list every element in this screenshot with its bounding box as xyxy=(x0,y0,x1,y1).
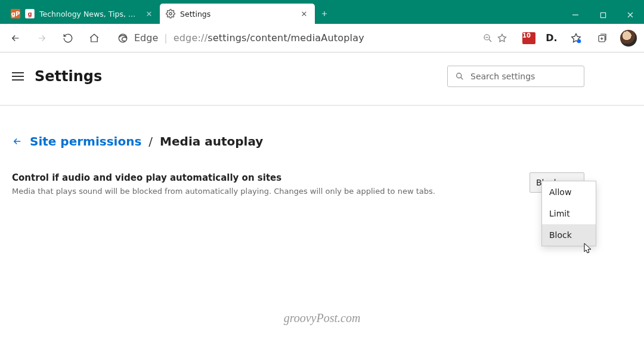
page-title: Settings xyxy=(35,68,102,85)
media-autoplay-setting-row: Control if audio and video play automati… xyxy=(12,172,632,196)
settings-header: Settings Search settings xyxy=(0,52,644,105)
close-tab-icon[interactable]: ✕ xyxy=(299,9,309,18)
refresh-button[interactable] xyxy=(56,26,80,50)
favicon-gp-icon: gP xyxy=(11,9,20,18)
cursor-icon xyxy=(583,243,593,255)
back-button[interactable] xyxy=(4,26,27,50)
close-tab-icon[interactable]: ✕ xyxy=(144,9,154,18)
address-url: edge://settings/content/mediaAutoplay xyxy=(174,32,476,44)
breadcrumb-current: Media autoplay xyxy=(160,134,263,149)
new-tab-button[interactable] xyxy=(315,4,334,24)
search-settings-input[interactable]: Search settings xyxy=(447,66,584,87)
browser-tab-inactive[interactable]: gP g Technology News, Tips, Reviews, ✕ xyxy=(5,4,160,24)
edge-logo-icon xyxy=(117,33,128,44)
minimize-button[interactable] xyxy=(562,6,589,24)
profile-avatar[interactable] xyxy=(617,26,640,50)
breadcrumb-separator: / xyxy=(148,134,153,149)
lastpass-badge: 10 xyxy=(522,32,535,44)
favicon-g-icon: g xyxy=(25,9,35,18)
svg-rect-1 xyxy=(600,13,605,17)
address-bar[interactable]: Edge | edge://settings/content/mediaAuto… xyxy=(112,28,513,48)
window-titlebar: gP g Technology News, Tips, Reviews, ✕ S… xyxy=(0,0,644,24)
watermark-text: groovyPost.com xyxy=(0,311,644,325)
forward-button[interactable] xyxy=(30,26,54,50)
autoplay-option-allow[interactable]: Allow xyxy=(542,181,596,203)
setting-heading: Control if audio and video play automati… xyxy=(12,172,435,183)
address-separator: | xyxy=(164,32,167,44)
zoom-icon[interactable] xyxy=(482,33,493,44)
browser-toolbar: Edge | edge://settings/content/mediaAuto… xyxy=(0,24,644,52)
maximize-button[interactable] xyxy=(589,6,617,24)
collections-button[interactable] xyxy=(590,26,614,50)
browser-tab-active[interactable]: Settings ✕ xyxy=(160,4,315,24)
extension-d[interactable]: D. xyxy=(541,28,562,48)
tab-label: Technology News, Tips, Reviews, xyxy=(39,10,140,18)
autoplay-option-limit[interactable]: Limit xyxy=(542,203,596,224)
breadcrumb: Site permissions / Media autoplay xyxy=(12,134,632,149)
breadcrumb-parent-link[interactable]: Site permissions xyxy=(30,134,141,149)
setting-description: Media that plays sound will be blocked f… xyxy=(12,187,435,196)
autoplay-dropdown-menu: Allow Limit Block xyxy=(541,181,596,246)
svg-point-4 xyxy=(577,39,581,43)
extension-lastpass[interactable]: 10 xyxy=(519,28,539,48)
svg-point-6 xyxy=(457,73,462,78)
gear-icon xyxy=(166,9,175,18)
window-controls xyxy=(562,6,644,24)
settings-content: Site permissions / Media autoplay Contro… xyxy=(0,106,644,196)
tab-label: Settings xyxy=(180,10,295,18)
favorites-hub-button[interactable] xyxy=(564,26,588,50)
breadcrumb-back-icon[interactable] xyxy=(12,136,23,147)
search-icon xyxy=(455,72,465,81)
search-placeholder: Search settings xyxy=(470,72,535,81)
hamburger-menu-icon[interactable] xyxy=(12,72,24,81)
favorite-icon[interactable] xyxy=(497,33,507,44)
home-button[interactable] xyxy=(82,26,106,50)
address-scheme-label: Edge xyxy=(134,32,158,44)
svg-point-0 xyxy=(169,13,172,15)
close-window-button[interactable] xyxy=(617,6,644,24)
